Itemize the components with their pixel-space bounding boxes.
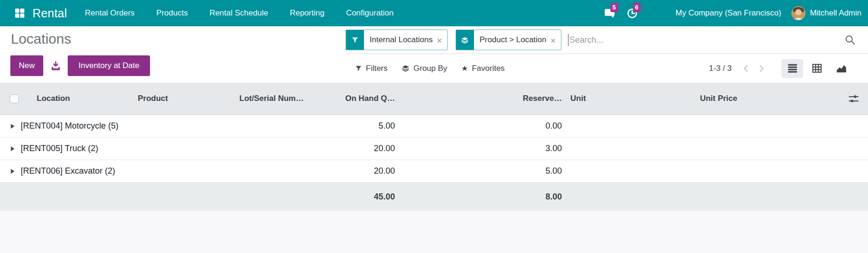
select-all-checkbox[interactable] <box>10 94 19 103</box>
view-graph-button[interactable] <box>830 59 852 78</box>
avatar[interactable] <box>791 6 805 20</box>
column-product[interactable]: Product <box>132 94 233 103</box>
select-all-cell <box>0 94 28 103</box>
control-panel: Locations New Inventory at Date Internal… <box>0 26 868 83</box>
filter-funnel-icon <box>346 30 364 50</box>
export-button[interactable] <box>43 55 68 76</box>
user-menu[interactable]: Mitchell Admin <box>810 8 861 18</box>
view-switcher <box>781 59 852 78</box>
messages-menu[interactable]: 5 <box>603 7 616 20</box>
download-icon <box>50 61 61 71</box>
column-reserved[interactable]: Reserve… <box>400 94 567 103</box>
total-on-hand: 45.00 <box>334 192 400 202</box>
page-title: Locations <box>11 31 71 47</box>
on-hand-value: 20.00 <box>334 166 400 176</box>
reserved-value: 5.00 <box>400 166 567 176</box>
table-header: Location Product Lot/Serial Num… On Hand… <box>0 83 868 115</box>
reserved-value: 3.00 <box>400 144 567 153</box>
main-menu: Rental Orders Products Rental Schedule R… <box>85 8 394 18</box>
group-row[interactable]: [RENT006] Excavator (2) 20.00 5.00 <box>0 160 868 183</box>
top-navbar: Rental Rental Orders Products Rental Sch… <box>0 0 868 26</box>
avatar-image <box>791 6 805 20</box>
pager-previous-icon[interactable] <box>740 62 752 75</box>
graph-view-icon <box>836 62 847 74</box>
company-switcher[interactable]: My Company (San Francisco) <box>676 8 781 18</box>
pager-nav <box>740 62 767 75</box>
search-options-row: Filters Group By ★ Favorites 1-3 / 3 <box>346 54 868 83</box>
view-pivot-button[interactable] <box>806 59 828 78</box>
activities-menu[interactable]: 6 <box>626 7 639 20</box>
facet-label: Internal Locations <box>364 30 436 50</box>
column-location[interactable]: Location <box>28 94 132 103</box>
group-row[interactable]: [RENT004] Motorcycle (5) 5.00 0.00 <box>0 115 868 138</box>
nav-item-reporting[interactable]: Reporting <box>290 8 324 18</box>
pivot-view-icon <box>811 62 823 74</box>
nav-item-rental-schedule[interactable]: Rental Schedule <box>209 8 268 18</box>
navbar-right: 5 6 My Company (San Francisco) Mitchell … <box>603 6 861 20</box>
column-on-hand[interactable]: On Hand Q… <box>334 94 400 103</box>
list-view-icon <box>787 62 798 74</box>
totals-row: 45.00 8.00 <box>0 183 868 211</box>
search-facet-filter: Internal Locations ✕ <box>346 30 448 50</box>
on-hand-value: 20.00 <box>334 144 400 153</box>
pager-next-icon[interactable] <box>755 62 767 75</box>
search-bar: Internal Locations ✕ Product > Location … <box>346 26 868 54</box>
action-buttons: New Inventory at Date <box>10 55 150 76</box>
search-facet-groupby: Product > Location ✕ <box>456 30 561 50</box>
column-unit[interactable]: Unit <box>567 94 689 103</box>
favorites-button[interactable]: ★ Favorites <box>461 64 505 73</box>
group-by-button[interactable]: Group By <box>402 64 447 73</box>
optional-columns-cell <box>741 93 868 105</box>
view-list-button[interactable] <box>781 59 803 78</box>
search-dropdowns: Filters Group By ★ Favorites <box>355 64 505 73</box>
total-reserved: 8.00 <box>400 192 567 202</box>
messages-badge: 5 <box>610 3 618 12</box>
pager-range: 1-3 / 3 <box>709 64 732 73</box>
on-hand-value: 5.00 <box>334 121 400 131</box>
group-expand-caret-icon[interactable] <box>11 124 15 129</box>
layers-icon <box>402 64 410 72</box>
group-expand-caret-icon[interactable] <box>11 146 15 151</box>
apps-grid-icon[interactable] <box>13 7 26 20</box>
group-name: [RENT005] Truck (2) <box>21 144 98 153</box>
group-by-layers-icon <box>456 30 474 50</box>
filters-button[interactable]: Filters <box>355 64 387 73</box>
column-lot-serial[interactable]: Lot/Serial Num… <box>233 94 334 103</box>
nav-item-rental-orders[interactable]: Rental Orders <box>85 8 134 18</box>
group-name: [RENT004] Motorcycle (5) <box>21 121 118 131</box>
facet-remove-icon[interactable]: ✕ <box>550 30 561 50</box>
column-unit-price[interactable]: Unit Price <box>689 94 741 103</box>
nav-item-configuration[interactable]: Configuration <box>346 8 394 18</box>
reserved-value: 0.00 <box>400 121 567 131</box>
search-icon <box>844 34 856 46</box>
facet-remove-icon[interactable]: ✕ <box>436 30 447 50</box>
inventory-at-date-button[interactable]: Inventory at Date <box>68 55 150 76</box>
new-button[interactable]: New <box>10 55 43 76</box>
search-input-wrap <box>568 34 844 46</box>
facet-label: Product > Location <box>474 30 550 50</box>
group-row[interactable]: [RENT005] Truck (2) 20.00 3.00 <box>0 138 868 160</box>
filter-icon <box>355 65 362 72</box>
page-background <box>0 211 868 253</box>
app-brand[interactable]: Rental <box>32 7 67 20</box>
group-name: [RENT006] Excavator (2) <box>21 166 115 176</box>
nav-item-products[interactable]: Products <box>156 8 188 18</box>
group-expand-caret-icon[interactable] <box>11 169 15 174</box>
pager: 1-3 / 3 <box>709 59 852 78</box>
star-icon: ★ <box>461 65 468 72</box>
activities-badge: 6 <box>633 3 641 12</box>
search-input[interactable] <box>568 35 844 45</box>
optional-columns-icon[interactable] <box>848 93 860 105</box>
locations-list: Location Product Lot/Serial Num… On Hand… <box>0 83 868 211</box>
